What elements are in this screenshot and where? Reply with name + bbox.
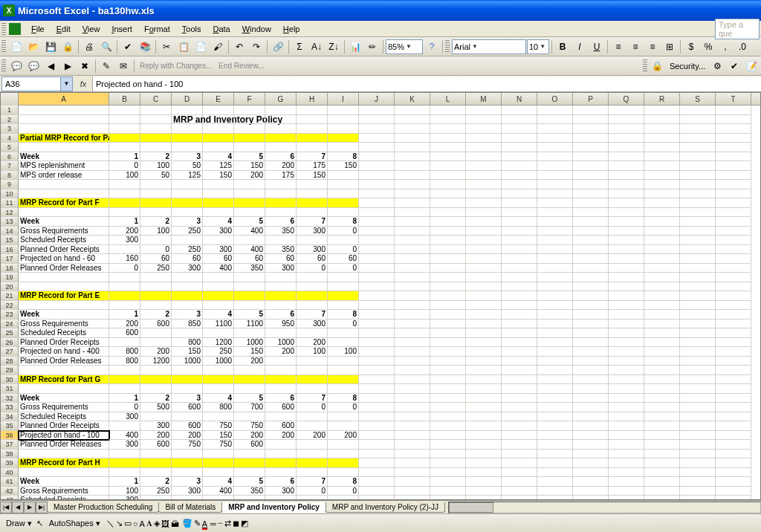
cell[interactable] (716, 487, 751, 496)
cell[interactable]: 250 (203, 347, 234, 357)
cell[interactable] (466, 236, 502, 245)
cell[interactable] (609, 134, 644, 143)
cell[interactable] (466, 208, 502, 218)
cell[interactable] (395, 282, 430, 292)
cell[interactable]: 200 (297, 338, 328, 348)
cell[interactable] (537, 180, 573, 189)
cell[interactable] (430, 106, 466, 115)
cell[interactable] (328, 115, 359, 125)
row-header[interactable]: 22 (1, 301, 19, 311)
cell[interactable] (395, 347, 430, 357)
fx-icon[interactable]: fx (76, 77, 91, 91)
font-name-dropdown[interactable]: Arial▼ (452, 39, 526, 54)
cell[interactable] (395, 227, 430, 236)
cell[interactable] (716, 115, 751, 125)
cell[interactable]: 250 (140, 264, 172, 273)
cell[interactable] (537, 236, 573, 245)
cell[interactable] (109, 115, 140, 125)
cell[interactable] (430, 347, 466, 357)
cell[interactable] (716, 468, 751, 478)
cell[interactable] (140, 180, 172, 189)
next-comment-icon[interactable]: ▶ (59, 58, 76, 74)
cell[interactable] (395, 198, 430, 208)
cell[interactable]: 5 (234, 310, 265, 319)
cell[interactable] (395, 143, 430, 152)
cell[interactable] (609, 468, 644, 478)
cell[interactable] (573, 264, 609, 273)
3d-icon[interactable]: ◩ (241, 519, 248, 528)
cell[interactable] (680, 254, 716, 264)
cell[interactable]: 250 (172, 245, 203, 255)
cell[interactable] (609, 347, 644, 357)
cell[interactable] (644, 264, 680, 273)
cell[interactable]: 300 (297, 245, 328, 255)
cell[interactable] (203, 384, 234, 394)
row-header[interactable]: 9 (1, 180, 19, 189)
cell[interactable] (328, 412, 359, 422)
cell[interactable]: 600 (140, 440, 172, 450)
cell[interactable] (466, 328, 502, 338)
cell[interactable] (395, 375, 430, 385)
cell[interactable] (680, 152, 716, 162)
cell[interactable] (328, 282, 359, 292)
cell[interactable] (644, 366, 680, 375)
cell[interactable]: Planned Order Receipts (19, 245, 109, 255)
cell[interactable] (644, 375, 680, 385)
cell[interactable] (644, 189, 680, 199)
cell[interactable] (328, 338, 359, 348)
cell[interactable] (359, 227, 395, 236)
cell[interactable] (140, 189, 172, 199)
cell[interactable] (297, 208, 328, 218)
cell[interactable] (680, 403, 716, 412)
cell[interactable] (716, 264, 751, 273)
cell[interactable] (609, 431, 644, 441)
cell[interactable] (466, 412, 502, 422)
cell[interactable] (297, 421, 328, 431)
cell[interactable] (430, 468, 466, 478)
cell[interactable] (430, 458, 466, 468)
cell[interactable] (680, 496, 716, 500)
cell[interactable] (609, 264, 644, 273)
cell[interactable] (502, 254, 537, 264)
cell[interactable] (203, 375, 234, 385)
cell[interactable]: 200 (265, 161, 297, 171)
cell[interactable] (265, 440, 297, 450)
cell[interactable] (502, 282, 537, 292)
cell[interactable] (234, 124, 265, 134)
cell[interactable] (573, 347, 609, 357)
cell[interactable] (466, 310, 502, 319)
cell[interactable] (203, 301, 234, 311)
cell[interactable] (297, 115, 328, 125)
cell[interactable] (716, 477, 751, 487)
cell[interactable]: 6 (265, 477, 297, 487)
cell[interactable] (716, 458, 751, 468)
cell[interactable] (203, 134, 234, 143)
row-header[interactable]: 40 (1, 468, 19, 478)
cell[interactable] (680, 124, 716, 134)
cell[interactable] (537, 328, 573, 338)
cell[interactable] (680, 291, 716, 301)
cell[interactable] (573, 106, 609, 115)
cell[interactable] (19, 180, 109, 189)
cell[interactable] (265, 384, 297, 394)
cell[interactable] (609, 217, 644, 227)
cell[interactable] (297, 301, 328, 311)
cell[interactable] (502, 217, 537, 227)
cell[interactable] (466, 245, 502, 255)
col-header-O[interactable]: O (537, 93, 573, 105)
menu-insert[interactable]: Insert (106, 23, 138, 35)
cell[interactable]: 60 (297, 254, 328, 264)
cell[interactable] (502, 440, 537, 450)
cell[interactable]: 6 (265, 310, 297, 319)
cell[interactable]: 200 (109, 227, 140, 236)
cell[interactable] (466, 440, 502, 450)
cell[interactable] (609, 198, 644, 208)
cell[interactable] (234, 115, 265, 125)
cell[interactable] (573, 208, 609, 218)
cell[interactable]: Projected on hand - 400 (19, 347, 109, 357)
cell[interactable] (359, 264, 395, 273)
cell[interactable] (430, 264, 466, 273)
cell[interactable] (172, 143, 203, 152)
cell[interactable]: 8 (328, 152, 359, 162)
cell[interactable] (430, 236, 466, 245)
